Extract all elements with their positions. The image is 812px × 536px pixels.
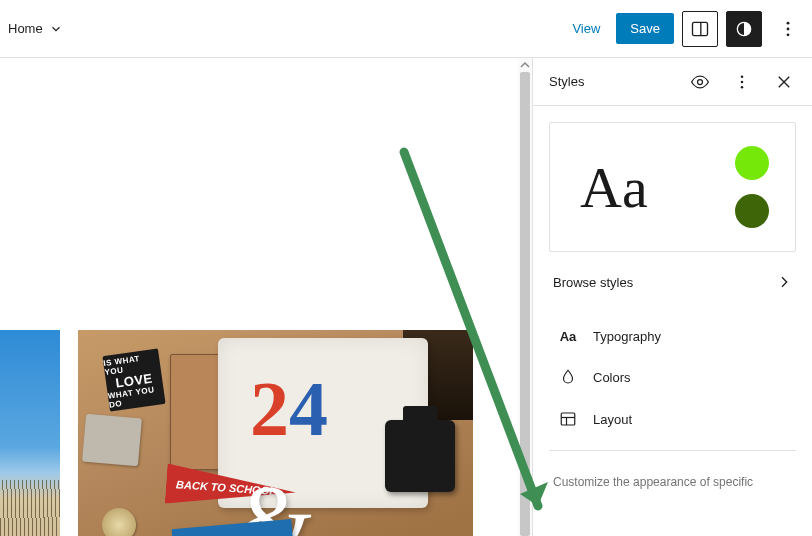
typography-sample: Aa: [580, 154, 648, 221]
styles-sidebar-content: Aa Browse styles Aa Typography: [533, 106, 812, 505]
svg-point-4: [787, 27, 790, 30]
eye-icon: [690, 72, 710, 92]
svg-point-5: [787, 33, 790, 36]
scrollbar-thumb[interactable]: [520, 72, 530, 536]
save-button[interactable]: Save: [616, 13, 674, 44]
settings-sidebar-toggle[interactable]: [682, 11, 718, 47]
image-number: 24: [250, 364, 328, 454]
browse-styles-button[interactable]: Browse styles: [549, 252, 796, 312]
menu-item-label: Typography: [593, 329, 661, 344]
blocks-section-hint: Customize the appearance of specific: [549, 450, 796, 489]
menu-item-layout[interactable]: Layout: [549, 398, 796, 440]
svg-rect-10: [561, 413, 575, 425]
menu-item-typography[interactable]: Aa Typography: [549, 317, 796, 356]
typography-icon: Aa: [557, 329, 579, 344]
toolbar-left: Home: [2, 15, 69, 42]
close-icon: [775, 73, 793, 91]
styles-more-menu[interactable]: [726, 66, 758, 98]
toolbar-right: View Save: [564, 11, 806, 47]
menu-item-colors[interactable]: Colors: [549, 356, 796, 398]
image-detail: [82, 414, 142, 467]
gallery-image[interactable]: IS WHAT YOU LOVE WHAT YOU DO 24 BACK TO …: [78, 330, 473, 536]
image-detail: IS WHAT YOU LOVE WHAT YOU DO: [102, 348, 165, 411]
palette-dots: [735, 146, 775, 228]
styles-sidebar-header: Styles: [533, 58, 812, 106]
svg-point-3: [787, 21, 790, 24]
view-link[interactable]: View: [564, 15, 608, 42]
kebab-icon: [778, 19, 798, 39]
svg-point-7: [741, 75, 744, 78]
svg-rect-0: [693, 22, 708, 35]
svg-point-9: [741, 85, 744, 88]
menu-item-label: Layout: [593, 412, 632, 427]
more-menu-button[interactable]: [770, 11, 806, 47]
svg-point-8: [741, 80, 744, 83]
accent-swatch: [735, 194, 769, 228]
top-toolbar: Home View Save: [0, 0, 812, 58]
browse-styles-label: Browse styles: [553, 275, 633, 290]
accent-swatch: [735, 146, 769, 180]
kebab-icon: [733, 73, 751, 91]
style-preview-card[interactable]: Aa: [549, 122, 796, 252]
style-book-toggle[interactable]: [684, 66, 716, 98]
image-detail: [0, 480, 60, 536]
svg-point-6: [698, 79, 703, 84]
styles-menu: Aa Typography Colors Layout: [549, 312, 796, 440]
menu-item-label: Colors: [593, 370, 631, 385]
droplet-icon: [557, 368, 579, 386]
panel-title: Styles: [549, 74, 584, 89]
styles-sidebar: Styles Aa Browse styles: [532, 58, 812, 536]
document-switcher[interactable]: Home: [2, 15, 69, 42]
document-name: Home: [8, 21, 43, 36]
chevron-down-icon: [49, 22, 63, 36]
scroll-up-icon: [518, 58, 532, 72]
image-detail: [385, 420, 455, 492]
canvas-scrollbar[interactable]: [518, 58, 532, 536]
gallery-image[interactable]: [0, 330, 60, 536]
image-detail: [102, 508, 136, 536]
close-sidebar-button[interactable]: [768, 66, 800, 98]
styles-toggle[interactable]: [726, 11, 762, 47]
chevron-right-icon: [776, 274, 792, 290]
workspace: IS WHAT YOU LOVE WHAT YOU DO 24 BACK TO …: [0, 58, 812, 536]
editor-canvas[interactable]: IS WHAT YOU LOVE WHAT YOU DO 24 BACK TO …: [0, 58, 532, 536]
sidebar-icon: [690, 19, 710, 39]
layout-icon: [557, 410, 579, 428]
styles-icon: [734, 19, 754, 39]
gallery-block: IS WHAT YOU LOVE WHAT YOU DO 24 BACK TO …: [0, 330, 518, 536]
